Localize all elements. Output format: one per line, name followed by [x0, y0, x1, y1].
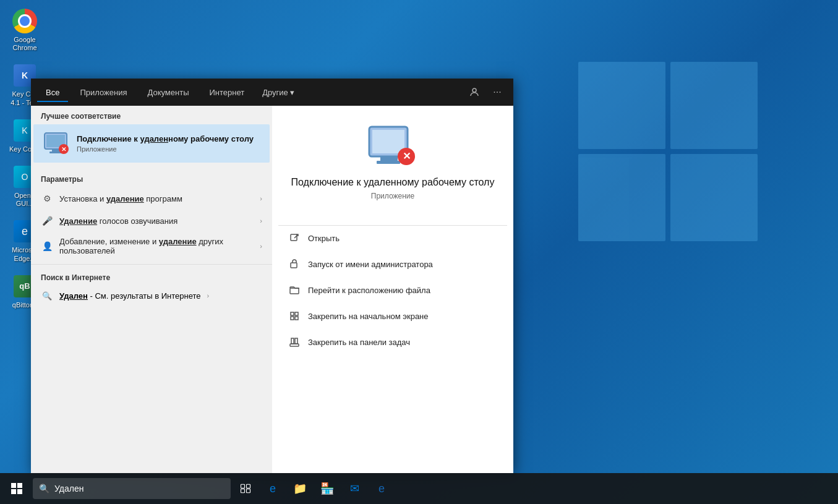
search-tabs-bar: Все Приложения Документы Интернет Другие…: [31, 79, 513, 106]
svg-rect-28: [247, 484, 250, 488]
tab-web[interactable]: Интернет: [200, 83, 253, 102]
win-logo-pane-4: [670, 154, 758, 241]
arrow-icon-2: ›: [260, 217, 262, 224]
windows-logo-decoration: [578, 62, 758, 241]
taskbar-search-bar[interactable]: 🔍 Удален: [33, 478, 231, 499]
mic-icon: 🎤: [41, 215, 53, 227]
taskbar-edge[interactable]: e: [260, 475, 285, 502]
settings-item-voice-label: Удаление голосов озвучивания: [59, 216, 254, 226]
start-button[interactable]: [3, 475, 30, 502]
svg-rect-27: [241, 484, 245, 488]
pin-taskbar-icon: [288, 336, 301, 348]
svg-rect-8: [372, 130, 404, 153]
edge-taskbar-icon: e: [270, 482, 276, 495]
more-dots-icon: ···: [493, 87, 501, 98]
taskbar-task-view[interactable]: [233, 475, 258, 502]
action-pin-taskbar[interactable]: Закрепить на панели задач: [278, 330, 507, 354]
tab-other-label: Другие: [262, 88, 288, 97]
store-taskbar-icon: 🏪: [320, 482, 334, 495]
arrow-icon-3: ›: [260, 242, 262, 250]
person-icon: [469, 87, 480, 98]
arrow-icon-1: ›: [260, 195, 262, 202]
action-pin-taskbar-label: Закрепить на панели задач: [308, 338, 410, 347]
folder-icon: [288, 284, 301, 296]
arrow-icon-web: ›: [207, 292, 210, 299]
settings-item-uninstall-label: Установка и удаление программ: [59, 194, 254, 203]
svg-text:✕: ✕: [61, 146, 66, 153]
svg-point-0: [472, 88, 476, 92]
svg-rect-13: [291, 234, 297, 241]
taskbar-search-text: Удален: [54, 484, 83, 493]
svg-rect-9: [380, 156, 398, 161]
tab-other-dropdown[interactable]: Другие ▾: [256, 83, 301, 102]
action-open[interactable]: Открыть: [278, 226, 507, 250]
app-preview-title: Подключение к удаленному рабочему столу: [291, 177, 495, 188]
svg-rect-29: [241, 489, 245, 493]
settings-item-uninstall[interactable]: ⚙ Установка и удаление программ ›: [31, 187, 272, 210]
svg-rect-22: [295, 338, 297, 344]
svg-rect-30: [247, 489, 250, 493]
rdp-app-icon: ✕: [43, 130, 69, 156]
folder-taskbar-icon: 📁: [293, 482, 307, 495]
pin-start-icon: [288, 310, 301, 322]
tab-person-icon-btn[interactable]: [464, 82, 484, 102]
app-preview-type: Приложение: [371, 192, 414, 200]
taskbar-store[interactable]: 🏪: [315, 475, 340, 502]
best-match-icon-container: ✕: [43, 130, 69, 156]
svg-rect-26: [17, 489, 22, 494]
settings-item-users[interactable]: 👤 Добавление, изменение и удаление други…: [31, 232, 272, 260]
web-search-item[interactable]: 🔍 Удален - См. результаты в Интернете ›: [31, 284, 272, 307]
best-match-item[interactable]: ✕ Подключение к удаленному рабочему стол…: [33, 124, 270, 163]
chevron-down-icon: ▾: [290, 88, 294, 97]
chrome-icon: [12, 9, 37, 33]
taskbar-folder[interactable]: 📁: [288, 475, 312, 502]
action-file-location[interactable]: Перейти к расположению файла: [278, 278, 507, 302]
web-search-header: Поиск в Интернете: [31, 268, 272, 284]
taskbar-search-icon: 🔍: [39, 484, 49, 493]
svg-rect-18: [291, 317, 294, 320]
users-icon: 👤: [41, 240, 53, 252]
search-content: Лучшее соответствие ✕: [31, 106, 513, 473]
app-preview: ✕ Подключение к удаленному рабочему стол…: [272, 106, 513, 225]
taskbar-ie[interactable]: e: [369, 475, 394, 502]
best-match-header: Лучшее соответствие: [31, 106, 272, 124]
svg-rect-25: [11, 489, 16, 494]
action-list: Открыть Запуск от имени администратора: [272, 226, 513, 354]
settings-item-users-label: Добавление, изменение и удаление других …: [59, 237, 254, 255]
win-logo-pane-2: [670, 62, 758, 149]
tab-docs[interactable]: Документы: [139, 83, 197, 102]
gear-icon: ⚙: [41, 192, 53, 205]
action-run-as-admin[interactable]: Запуск от имени администратора: [278, 252, 507, 276]
tab-more-icon-btn[interactable]: ···: [487, 82, 507, 102]
search-icon: 🔍: [41, 289, 53, 302]
settings-item-voice[interactable]: 🎤 Удаление голосов озвучивания ›: [31, 210, 272, 232]
tab-apps[interactable]: Приложения: [71, 83, 135, 102]
action-file-location-label: Перейти к расположению файла: [308, 286, 430, 295]
ie-taskbar-icon: e: [378, 482, 385, 495]
svg-rect-10: [377, 161, 400, 164]
app-preview-icon-container: ✕: [368, 124, 417, 168]
action-pin-start-label: Закрепить на начальном экране: [308, 312, 429, 321]
svg-rect-16: [291, 312, 294, 315]
best-match-subtitle: Приложение: [77, 145, 260, 153]
best-match-text: Подключение к удаленному рабочему столу …: [77, 134, 260, 153]
svg-rect-14: [291, 263, 297, 268]
action-admin-label: Запуск от имени администратора: [308, 260, 433, 269]
chrome-icon-img: [12, 9, 37, 33]
settings-header: Параметры: [31, 169, 272, 187]
svg-rect-24: [17, 483, 22, 488]
best-match-title: Подключение к удаленному рабочему столу: [77, 134, 260, 145]
win-logo-pane-1: [578, 62, 665, 149]
mail-taskbar-icon: ✉: [350, 482, 359, 495]
right-panel: ✕ Подключение к удаленному рабочему стол…: [272, 106, 513, 473]
open-icon: [288, 232, 301, 244]
taskbar-mail[interactable]: ✉: [342, 475, 367, 502]
action-pin-start[interactable]: Закрепить на начальном экране: [278, 304, 507, 328]
desktop-icon-chrome[interactable]: Google Chrome: [3, 6, 46, 54]
svg-rect-19: [295, 317, 298, 320]
chrome-icon-label: Google Chrome: [6, 36, 44, 52]
win-logo-pane-3: [578, 154, 665, 241]
web-search-label: Удален - См. результаты в Интернете: [59, 291, 201, 301]
tab-all[interactable]: Все: [37, 83, 68, 102]
start-menu: Все Приложения Документы Интернет Другие…: [31, 79, 513, 473]
